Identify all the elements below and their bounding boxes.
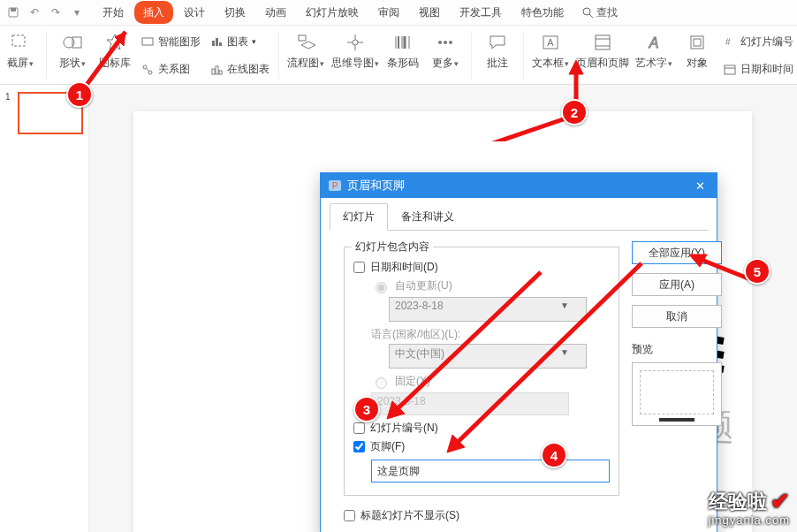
- qat-save-icon[interactable]: [4, 6, 23, 19]
- qat-dropdown-icon[interactable]: ▾: [67, 6, 87, 19]
- annotation-badge-4: 4: [541, 442, 567, 468]
- ribbon-headerfooter[interactable]: 页眉和页脚: [577, 27, 627, 84]
- radio-auto-label: 自动更新(U): [395, 278, 452, 293]
- ribbon-smartshape[interactable]: 智能图形: [140, 34, 201, 49]
- ribbon-screencap[interactable]: 截屏▾: [4, 27, 37, 84]
- object-icon: [685, 30, 710, 55]
- ribbon-more[interactable]: 更多▾: [429, 27, 462, 84]
- annotation-badge-2: 2: [561, 99, 588, 125]
- shapes-icon: [60, 30, 85, 55]
- chk-slidenum-input[interactable]: [353, 422, 365, 434]
- ribbon-flowchart[interactable]: 流程图▾: [288, 27, 323, 84]
- iconlib-icon: [102, 30, 127, 55]
- tab-slideshow[interactable]: 幻灯片放映: [297, 1, 368, 24]
- dialog-tab-notes[interactable]: 备注和讲义: [388, 203, 467, 231]
- textbox-icon: A: [538, 30, 563, 55]
- chk-slidenum[interactable]: 幻灯片编号(N): [353, 421, 610, 436]
- svg-point-31: [444, 41, 447, 44]
- qat-redo-icon[interactable]: ↷: [46, 6, 65, 19]
- ribbon-comment[interactable]: 批注: [481, 27, 514, 84]
- tab-start[interactable]: 开始: [94, 1, 133, 24]
- ribbon-mindmap[interactable]: 思维导图▾: [332, 27, 377, 84]
- tab-transition[interactable]: 切换: [216, 1, 254, 24]
- tab-view[interactable]: 视图: [410, 1, 449, 24]
- date-format-select[interactable]: 2023-8-18: [389, 297, 587, 322]
- wordart-icon: A: [641, 30, 666, 55]
- ribbon-comment-label: 批注: [487, 57, 508, 69]
- footer-text-input[interactable]: [371, 460, 610, 483]
- dialog-title: 页眉和页脚: [347, 178, 405, 194]
- dialog-tab-slide[interactable]: 幻灯片: [330, 203, 388, 231]
- tab-insert[interactable]: 插入: [134, 1, 173, 24]
- svg-text:A: A: [649, 35, 659, 50]
- ribbon-textbox[interactable]: A 文本框▾: [533, 27, 568, 84]
- lang-select[interactable]: 中文(中国): [389, 344, 587, 369]
- svg-rect-40: [694, 39, 701, 46]
- svg-text:#: #: [725, 37, 731, 47]
- search-box[interactable]: 查找: [581, 5, 618, 20]
- svg-rect-15: [212, 69, 215, 74]
- ribbon-relation[interactable]: 关系图: [140, 62, 201, 77]
- radio-fixed[interactable]: 固定(X): [371, 374, 610, 389]
- radio-fixed-input[interactable]: [376, 377, 387, 389]
- annotation-badge-1: 1: [66, 81, 93, 108]
- ribbon-headerfooter-label: 页眉和页脚: [576, 57, 629, 69]
- chk-slidenum-label: 幻灯片编号(N): [370, 421, 438, 436]
- ribbon-onlinechart-label: 在线图表: [227, 62, 269, 77]
- watermark: 经验啦 ✔ jingyanla.com: [709, 488, 791, 527]
- radio-auto-input[interactable]: [376, 282, 387, 293]
- lang-label: 语言(国家/地区)(L):: [371, 327, 610, 342]
- search-label: 查找: [596, 5, 618, 20]
- watermark-text: 经验啦: [709, 489, 767, 515]
- btn-cancel[interactable]: 取消: [632, 305, 722, 328]
- ribbon-onlinechart[interactable]: 在线图表: [209, 62, 269, 77]
- annotation-badge-3: 3: [353, 396, 380, 422]
- chk-hide-on-title-label: 标题幻灯片不显示(S): [361, 508, 459, 523]
- ribbon-insert: 截屏▾ 形状▾ 图标库 智能图形 关系图 图表▾ 在线图表: [0, 26, 797, 85]
- ribbon-screencap-label: 截屏: [7, 57, 28, 69]
- svg-point-2: [583, 8, 590, 15]
- chk-footer-input[interactable]: [353, 441, 365, 452]
- ribbon-iconlib[interactable]: 图标库: [98, 27, 132, 84]
- chk-hide-on-title-input[interactable]: [344, 510, 355, 521]
- svg-point-20: [353, 40, 358, 45]
- flowchart-icon: [293, 30, 318, 55]
- tab-devtools[interactable]: 开发工具: [451, 1, 511, 24]
- chk-footer[interactable]: 页脚(F): [353, 439, 610, 454]
- svg-marker-19: [301, 42, 315, 49]
- svg-rect-14: [219, 42, 222, 46]
- svg-rect-13: [216, 38, 218, 46]
- qat-undo-icon[interactable]: ↶: [25, 6, 44, 19]
- ribbon-chart[interactable]: 图表▾: [209, 34, 269, 49]
- chart-icon: [209, 34, 224, 49]
- ribbon-smartshape-label: 智能图形: [158, 34, 201, 49]
- ribbon-object[interactable]: 对象: [680, 27, 714, 84]
- chk-datetime[interactable]: 日期和时间(D): [353, 260, 610, 275]
- chk-hide-on-title[interactable]: 标题幻灯片不显示(S): [344, 508, 619, 523]
- ribbon-flowchart-label: 流程图: [287, 57, 319, 69]
- ribbon-slidenum[interactable]: # 幻灯片编号: [723, 34, 793, 49]
- ribbon-wordart[interactable]: A 艺术字▾: [636, 27, 672, 84]
- svg-rect-18: [299, 35, 306, 41]
- quick-access-toolbar: ↶ ↷ ▾: [4, 0, 87, 25]
- onlinechart-icon: [209, 63, 224, 77]
- dialog-tabs: 幻灯片 备注和讲义: [330, 203, 708, 231]
- svg-rect-4: [12, 35, 25, 46]
- btn-apply-all[interactable]: 全部应用(Y): [632, 241, 722, 264]
- dialog-titlebar[interactable]: P 页眉和页脚 ✕: [321, 173, 717, 198]
- radio-auto[interactable]: 自动更新(U): [371, 278, 610, 293]
- slide-thumbnails[interactable]: 1: [0, 85, 89, 532]
- headerfooter-icon: [590, 30, 615, 55]
- tab-features[interactable]: 特色功能: [512, 1, 573, 24]
- btn-apply[interactable]: 应用(A): [632, 273, 722, 296]
- tab-animation[interactable]: 动画: [256, 1, 295, 24]
- ribbon-datetime[interactable]: 日期和时间: [723, 62, 793, 77]
- chk-datetime-input[interactable]: [353, 262, 365, 273]
- watermark-url: jingyanla.com: [709, 513, 791, 527]
- tab-design[interactable]: 设计: [175, 1, 214, 24]
- ribbon-barcode[interactable]: 条形码: [386, 27, 420, 84]
- svg-rect-42: [725, 65, 735, 74]
- tab-review[interactable]: 审阅: [369, 1, 408, 24]
- dialog-close-button[interactable]: ✕: [690, 179, 710, 193]
- ribbon-shapes[interactable]: 形状▾: [56, 27, 89, 84]
